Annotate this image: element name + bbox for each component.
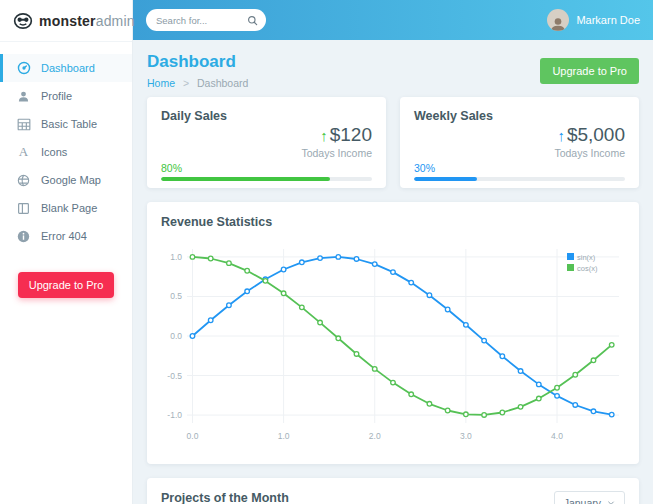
daily-sales-progressbar [161,177,372,181]
sidebar-item-basic-table[interactable]: Basic Table [0,110,132,138]
arrow-up-icon: ↑ [557,127,565,144]
svg-text:0.0: 0.0 [187,431,199,441]
card-title: Weekly Sales [414,109,625,123]
sidebar-item-label: Basic Table [41,118,97,130]
dashboard-icon [16,61,31,76]
sidebar-item-dashboard[interactable]: Dashboard [0,54,132,82]
month-select-dropdown[interactable]: January [554,491,625,504]
user-menu[interactable]: Markarn Doe [547,9,640,31]
columns-icon [16,201,31,216]
daily-sales-percent: 80% [161,162,372,174]
weekly-sales-card: Weekly Sales ↑$5,000 Todays Income 30% [400,97,639,188]
sidebar-item-label: Profile [41,90,72,102]
sales-cards-row: Daily Sales ↑$120 Todays Income 80% Week… [147,97,639,188]
sidebar-item-google-map[interactable]: Google Map [0,166,132,194]
svg-text:4.0: 4.0 [551,431,563,441]
page-header: Dashboard Home > Dashboard Upgrade to Pr… [147,52,639,89]
chart-title: Revenue Statistics [161,215,625,229]
brand-logo[interactable]: monsteradmin [0,0,132,42]
svg-text:cos(x): cos(x) [577,264,598,273]
arrow-up-icon: ↑ [320,127,328,144]
breadcrumb: Home > Dashboard [147,77,248,89]
breadcrumb-separator: > [183,77,189,89]
upgrade-to-pro-button[interactable]: Upgrade to Pro [540,58,639,84]
breadcrumb-home-link[interactable]: Home [147,77,175,89]
svg-text:sin(x): sin(x) [577,253,596,262]
revenue-line-chart: -1.0-0.50.00.51.00.01.02.03.04.0sin(x)co… [161,237,625,449]
sidebar-item-label: Error 404 [41,230,87,242]
card-title: Daily Sales [161,109,372,123]
svg-text:0.0: 0.0 [170,331,182,341]
user-icon [16,89,31,104]
sidebar-item-profile[interactable]: Profile [0,82,132,110]
page-title: Dashboard [147,52,248,72]
revenue-statistics-card: Revenue Statistics -1.0-0.50.00.51.00.01… [147,202,639,464]
chevron-down-icon [607,499,615,504]
selected-month: January [564,497,601,504]
sidebar: monsteradmin Dashboard Profile [0,0,133,504]
weekly-sales-progressbar [414,177,625,181]
avatar [547,9,569,31]
svg-text:1.0: 1.0 [170,252,182,262]
sidebar-menu: Dashboard Profile Basic Table A Icons [0,54,132,250]
topbar: Markarn Doe [133,0,653,40]
svg-text:3.0: 3.0 [460,431,472,441]
sidebar-item-icons[interactable]: A Icons [0,138,132,166]
progress-fill [414,177,477,181]
globe-icon [16,173,31,188]
svg-text:-1.0: -1.0 [167,410,182,420]
svg-text:-0.5: -0.5 [167,371,182,381]
progress-fill [161,177,330,181]
sidebar-item-label: Blank Page [41,202,97,214]
monster-logo-icon [13,11,33,31]
table-icon [16,117,31,132]
daily-sales-amount: ↑$120 [161,124,372,146]
search-input[interactable] [156,15,247,26]
svg-text:0.5: 0.5 [170,291,182,301]
svg-text:1.0: 1.0 [278,431,290,441]
projects-card: Projects of the Month January [147,478,639,504]
search-bar[interactable] [146,9,266,31]
daily-sales-subtitle: Todays Income [161,147,372,159]
main-content: Dashboard Home > Dashboard Upgrade to Pr… [133,40,653,504]
user-name: Markarn Doe [576,14,640,26]
sidebar-item-label: Dashboard [41,62,95,74]
weekly-sales-percent: 30% [414,162,625,174]
breadcrumb-current: Dashboard [197,77,248,89]
weekly-sales-amount: ↑$5,000 [414,124,625,146]
letter-a-icon: A [16,145,31,160]
daily-sales-card: Daily Sales ↑$120 Todays Income 80% [147,97,386,188]
sidebar-item-error-404[interactable]: Error 404 [0,222,132,250]
brand-name: monsteradmin [39,13,135,29]
sidebar-upgrade-button[interactable]: Upgrade to Pro [18,272,114,298]
svg-text:2.0: 2.0 [369,431,381,441]
projects-title: Projects of the Month [161,491,289,504]
search-icon[interactable] [247,15,258,26]
info-icon [16,229,31,244]
sidebar-item-label: Google Map [41,174,101,186]
sidebar-item-blank-page[interactable]: Blank Page [0,194,132,222]
weekly-sales-subtitle: Todays Income [414,147,625,159]
sidebar-item-label: Icons [41,146,67,158]
